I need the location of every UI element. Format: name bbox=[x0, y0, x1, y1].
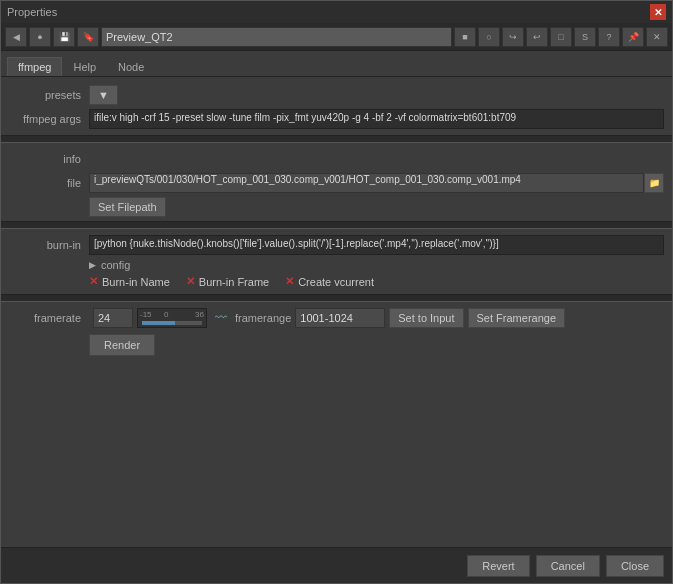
ffmpeg-args-value[interactable]: ifile:v high -crf 15 -preset slow -tune … bbox=[89, 109, 664, 129]
set-filepath-row: Set Filepath bbox=[1, 195, 672, 217]
config-row: ▶ config bbox=[1, 257, 672, 273]
window-close-button[interactable]: ✕ bbox=[650, 4, 666, 20]
checkbox-burn-in-frame-icon: ✕ bbox=[186, 275, 195, 288]
set-to-input-button[interactable]: Set to Input bbox=[389, 308, 463, 328]
properties-window: Properties ✕ ◀ ● 💾 🔖 ■ ○ ↪ ↩ □ S ? 📌 ✕ f… bbox=[0, 0, 673, 584]
tabs-container: ffmpeg Help Node bbox=[1, 51, 672, 77]
tab-ffmpeg[interactable]: ffmpeg bbox=[7, 57, 62, 76]
close-button[interactable]: Close bbox=[606, 555, 664, 577]
info-label: info bbox=[9, 153, 89, 165]
title-bar: Properties ✕ bbox=[1, 1, 672, 23]
set-filepath-button[interactable]: Set Filepath bbox=[89, 197, 166, 217]
framerate-row: framerate -15 0 36 〰 framerange Set to I… bbox=[1, 306, 672, 330]
toolbar-save-btn[interactable]: 💾 bbox=[53, 27, 75, 47]
file-row: file i_previewQTs/001/030/HOT_comp_001_0… bbox=[1, 171, 672, 195]
slider-max-label: 36 bbox=[195, 310, 204, 319]
set-framerange-button[interactable]: Set Framerange bbox=[468, 308, 565, 328]
render-row: Render bbox=[1, 330, 672, 356]
toolbar: ◀ ● 💾 🔖 ■ ○ ↪ ↩ □ S ? 📌 ✕ bbox=[1, 23, 672, 51]
title-bar-left: Properties bbox=[7, 6, 57, 18]
checkbox-burn-in-name[interactable]: ✕ Burn-in Name bbox=[89, 275, 170, 288]
checkbox-burn-in-frame[interactable]: ✕ Burn-in Frame bbox=[186, 275, 269, 288]
toolbar-back-btn[interactable]: ◀ bbox=[5, 27, 27, 47]
checkbox-burn-in-name-icon: ✕ bbox=[89, 275, 98, 288]
burn-in-label: burn-in bbox=[9, 239, 89, 251]
content-area: presets ▼ ffmpeg args ifile:v high -crf … bbox=[1, 77, 672, 547]
wave-icon[interactable]: 〰 bbox=[211, 308, 231, 328]
toolbar-arrow2-btn[interactable]: ↩ bbox=[526, 27, 548, 47]
config-label: config bbox=[101, 259, 130, 271]
config-arrow-icon[interactable]: ▶ bbox=[89, 260, 101, 270]
info-row: info bbox=[1, 147, 672, 171]
tab-node[interactable]: Node bbox=[107, 57, 155, 76]
burn-in-value[interactable]: [python {nuke.thisNode().knobs()['file']… bbox=[89, 235, 664, 255]
slider-mid-label: 0 bbox=[164, 310, 168, 319]
file-value[interactable]: i_previewQTs/001/030/HOT_comp_001_030.co… bbox=[89, 173, 644, 193]
slider-min-label: -15 bbox=[140, 310, 152, 319]
framerate-label: framerate bbox=[9, 312, 89, 324]
toolbar-bookmark-btn[interactable]: 🔖 bbox=[77, 27, 99, 47]
framerate-input[interactable] bbox=[93, 308, 133, 328]
section-divider-2 bbox=[1, 221, 672, 229]
framerate-slider[interactable]: -15 0 36 bbox=[137, 308, 207, 328]
toolbar-s-btn[interactable]: S bbox=[574, 27, 596, 47]
render-button[interactable]: Render bbox=[89, 334, 155, 356]
window-title: Properties bbox=[7, 6, 57, 18]
node-name-input[interactable] bbox=[101, 27, 452, 47]
framerange-input[interactable] bbox=[295, 308, 385, 328]
tab-help[interactable]: Help bbox=[62, 57, 107, 76]
section-divider-3 bbox=[1, 294, 672, 302]
checkboxes-row: ✕ Burn-in Name ✕ Burn-in Frame ✕ Create … bbox=[1, 273, 672, 290]
cancel-button[interactable]: Cancel bbox=[536, 555, 600, 577]
toolbar-icons: ■ ○ ↪ ↩ □ S ? 📌 ✕ bbox=[454, 27, 668, 47]
toolbar-x-btn[interactable]: ✕ bbox=[646, 27, 668, 47]
toolbar-pin-btn[interactable]: 📌 bbox=[622, 27, 644, 47]
toolbar-box-btn[interactable]: □ bbox=[550, 27, 572, 47]
framerange-label: framerange bbox=[235, 312, 291, 324]
slider-fill bbox=[142, 321, 175, 325]
slider-track bbox=[142, 321, 202, 325]
toolbar-help-btn[interactable]: ? bbox=[598, 27, 620, 47]
section-divider-1 bbox=[1, 135, 672, 143]
toolbar-dot-btn[interactable]: ● bbox=[29, 27, 51, 47]
burn-in-row: burn-in [python {nuke.thisNode().knobs()… bbox=[1, 233, 672, 257]
file-browse-button[interactable]: 📁 bbox=[644, 173, 664, 193]
checkbox-burn-in-frame-label: Burn-in Frame bbox=[199, 276, 269, 288]
ffmpeg-args-row: ffmpeg args ifile:v high -crf 15 -preset… bbox=[1, 107, 672, 131]
toolbar-circle-btn[interactable]: ○ bbox=[478, 27, 500, 47]
presets-label: presets bbox=[9, 89, 89, 101]
toolbar-square-btn[interactable]: ■ bbox=[454, 27, 476, 47]
toolbar-arrow-btn[interactable]: ↪ bbox=[502, 27, 524, 47]
revert-button[interactable]: Revert bbox=[467, 555, 529, 577]
bottom-bar: Revert Cancel Close bbox=[1, 547, 672, 583]
checkbox-create-vcurrent-icon: ✕ bbox=[285, 275, 294, 288]
file-label: file bbox=[9, 177, 89, 189]
checkbox-burn-in-name-label: Burn-in Name bbox=[102, 276, 170, 288]
checkbox-create-vcurrent-label: Create vcurrent bbox=[298, 276, 374, 288]
ffmpeg-args-label: ffmpeg args bbox=[9, 113, 89, 125]
presets-row: presets ▼ bbox=[1, 83, 672, 107]
checkbox-create-vcurrent[interactable]: ✕ Create vcurrent bbox=[285, 275, 374, 288]
presets-button[interactable]: ▼ bbox=[89, 85, 118, 105]
